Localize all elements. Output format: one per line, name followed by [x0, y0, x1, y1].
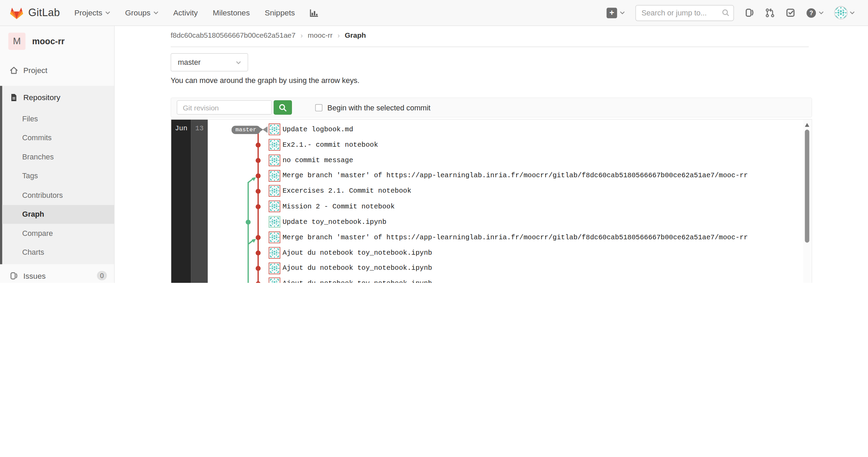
project-sidebar: M mooc-rr Project Repository Files Commi… — [0, 26, 115, 283]
checkbox-label: Begin with the selected commit — [327, 103, 430, 111]
breadcrumb-separator: › — [301, 31, 303, 39]
branch-ref-tag[interactable]: master — [232, 125, 260, 134]
branch-selector[interactable]: master — [171, 53, 248, 71]
breadcrumb-page: Graph — [345, 31, 366, 39]
analytics-icon[interactable] — [310, 9, 319, 17]
commit-author-avatar — [269, 201, 280, 212]
plus-icon: + — [607, 8, 617, 18]
scroll-up-arrow[interactable] — [805, 123, 809, 127]
project-header[interactable]: M mooc-rr — [0, 26, 114, 50]
commit-dot[interactable] — [256, 281, 261, 283]
identicon-avatar — [269, 140, 280, 150]
commit-author-avatar — [269, 247, 280, 258]
commit-author-avatar — [269, 123, 280, 135]
sidebar-item-project[interactable]: Project — [0, 60, 114, 81]
sidebar-item-commits[interactable]: Commits — [2, 128, 114, 147]
svg-text:?: ? — [809, 10, 813, 16]
commit-dot[interactable] — [256, 158, 261, 163]
breadcrumb-namespace[interactable]: f8dc60cab5180566667b00ce62a51ae7 — [171, 31, 296, 39]
breadcrumb-divider — [171, 47, 809, 47]
identicon-avatar — [269, 124, 280, 135]
identicon-avatar — [269, 170, 280, 181]
graph-scrollbar[interactable] — [803, 120, 811, 283]
issues-nav-button[interactable] — [745, 8, 755, 18]
nav-snippets[interactable]: Snippets — [265, 8, 295, 17]
breadcrumb-separator: › — [338, 31, 340, 39]
revision-search-button[interactable] — [274, 100, 292, 115]
identicon-avatar — [269, 248, 280, 258]
commit-dot[interactable] — [256, 189, 261, 194]
sidebar-item-files[interactable]: Files — [2, 109, 114, 128]
commit-dot[interactable] — [256, 251, 261, 256]
chevron-down-icon — [850, 11, 855, 14]
sidebar-item-repository[interactable]: Repository — [2, 86, 114, 109]
nav-groups[interactable]: Groups — [125, 8, 158, 17]
chevron-down-icon — [105, 11, 110, 14]
commit-message[interactable]: Ajout du notebook toy_notebook.ipynb — [282, 264, 432, 272]
new-menu-button[interactable]: + — [607, 8, 625, 18]
commit-author-avatar — [269, 154, 280, 166]
commit-message[interactable]: Ajout du notebook toy_notebook.ipynb — [282, 280, 432, 283]
project-name: mooc-rr — [32, 36, 65, 46]
identicon-avatar — [269, 155, 280, 166]
commit-dot[interactable] — [256, 173, 261, 179]
chevron-down-icon — [819, 11, 824, 14]
project-avatar: M — [8, 33, 25, 50]
commit-dot[interactable] — [256, 143, 261, 148]
begin-with-commit-checkbox[interactable] — [315, 104, 322, 111]
commit-author-avatar — [269, 170, 280, 181]
commit-message[interactable]: Ajout du notebook toy_notebook.ipynb — [282, 249, 432, 257]
sidebar-item-charts[interactable]: Charts — [2, 243, 114, 262]
sidebar-section-repository: Repository Files Commits Branches Tags C… — [0, 86, 114, 264]
identicon-avatar — [269, 263, 280, 274]
commit-message[interactable]: Merge branch 'master' of https://app-lea… — [282, 172, 748, 180]
chevron-down-icon — [620, 11, 625, 14]
commit-dot[interactable] — [256, 235, 261, 240]
user-avatar — [834, 6, 847, 20]
sidebar-item-tags[interactable]: Tags — [2, 167, 114, 186]
selected-commit-pointer — [262, 126, 268, 133]
nav-milestones[interactable]: Milestones — [213, 8, 250, 17]
commit-message[interactable]: Excercises 2.1. Commit notebook — [282, 188, 411, 195]
identicon-avatar — [269, 278, 280, 283]
identicon-avatar — [269, 186, 280, 196]
sidebar-item-contributors[interactable]: Contributors — [2, 185, 114, 205]
nav-menu: Projects Groups Activity Milestones Snip… — [74, 8, 319, 17]
breadcrumb-project[interactable]: mooc-rr — [308, 31, 332, 39]
sidebar-item-graph[interactable]: Graph — [2, 205, 114, 224]
commit-author-avatar — [269, 216, 280, 228]
commit-message[interactable]: Mission 2 - Commit notebook — [282, 203, 394, 211]
commit-message[interactable]: Ex2.1.- commit notebook — [282, 141, 378, 149]
identicon-avatar — [835, 7, 847, 19]
user-menu-button[interactable] — [834, 6, 855, 20]
commit-dot[interactable] — [256, 204, 261, 209]
todos-nav-button[interactable] — [785, 8, 795, 18]
brand-name: GitLab — [28, 7, 60, 19]
search-input[interactable] — [635, 5, 734, 21]
global-search — [635, 5, 734, 21]
tanuki-icon — [9, 6, 24, 20]
commit-message[interactable]: Update logbook.md — [282, 126, 353, 134]
graph-hint-text: You can move around the graph by using t… — [171, 76, 359, 85]
nav-projects[interactable]: Projects — [74, 8, 110, 17]
commit-message[interactable]: Update toy_notebook.ipynb — [282, 218, 386, 226]
commit-dot[interactable] — [256, 266, 261, 271]
home-icon — [9, 66, 18, 75]
sidebar-item-issues[interactable]: Issues 0 — [0, 264, 114, 283]
commit-author-avatar — [269, 262, 280, 274]
sidebar-item-compare[interactable]: Compare — [2, 224, 114, 243]
merge-requests-nav-button[interactable] — [765, 8, 775, 18]
nav-activity[interactable]: Activity — [173, 8, 198, 17]
help-menu-button[interactable]: ? — [806, 8, 824, 18]
search-icon — [279, 103, 287, 111]
git-revision-input[interactable] — [177, 100, 272, 115]
commit-dot[interactable] — [246, 220, 251, 225]
scrollbar-thumb[interactable] — [805, 130, 809, 243]
gitlab-logo[interactable]: GitLab — [9, 6, 60, 20]
commit-message[interactable]: no commit message — [282, 157, 353, 165]
commit-author-avatar — [269, 278, 280, 283]
sidebar-item-branches[interactable]: Branches — [2, 147, 114, 167]
commit-message[interactable]: Merge branch 'master' of https://app-lea… — [282, 234, 748, 242]
nav-right: + ? — [607, 5, 855, 21]
commit-author-avatar — [269, 231, 280, 243]
